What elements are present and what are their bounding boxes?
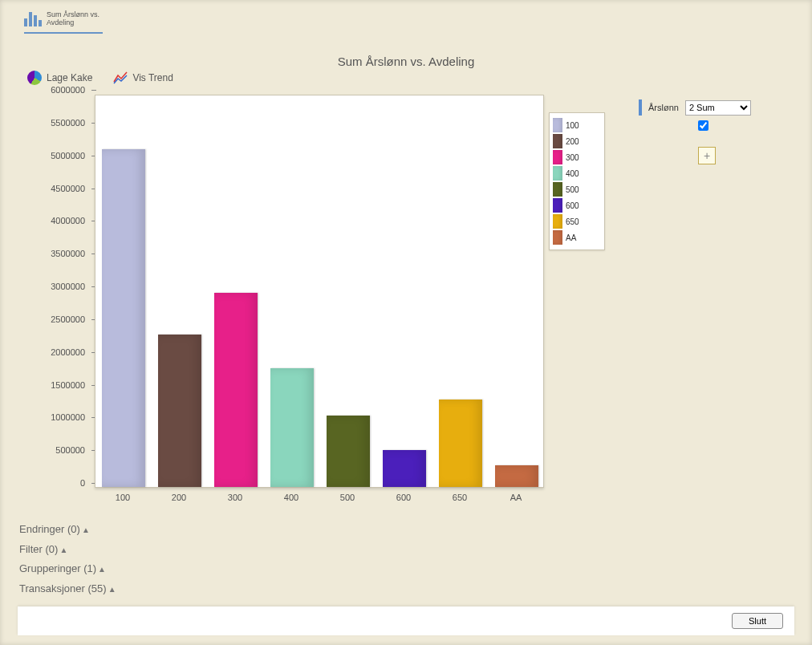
y-tick-label: 1000000 xyxy=(51,412,85,422)
x-tick-label: 300 xyxy=(228,493,242,502)
legend-label: 200 xyxy=(566,137,579,146)
measure-field-label: Årslønn xyxy=(648,103,679,112)
legend-item[interactable]: 650 xyxy=(553,214,601,229)
accordion-header[interactable]: Endringer (0)▲ xyxy=(19,520,116,540)
y-tick-label: 1500000 xyxy=(51,380,85,390)
y-tick-label: 3500000 xyxy=(51,249,85,258)
trend-line-icon xyxy=(113,71,128,85)
legend-item[interactable]: 400 xyxy=(553,166,601,181)
chevron-up-icon: ▲ xyxy=(98,565,106,574)
chart-bar[interactable] xyxy=(270,368,315,487)
chart-bar[interactable] xyxy=(214,293,258,487)
tab-label: Sum Årslønn vs. Avdeling xyxy=(47,11,103,27)
x-tick-label: AA xyxy=(510,493,522,502)
y-tick-label: 2000000 xyxy=(51,347,85,357)
legend-label: AA xyxy=(566,233,576,242)
add-measure-button[interactable]: + xyxy=(698,147,716,164)
legend-swatch-icon xyxy=(553,134,562,148)
chart-plot[interactable] xyxy=(95,95,544,488)
legend-label: 400 xyxy=(566,169,579,178)
show-trend-label: Vis Trend xyxy=(132,72,173,83)
measure-row: Årslønn 2 Sum xyxy=(639,99,783,116)
bar-chart-icon xyxy=(24,12,42,26)
x-axis: 100200300400500600650AA xyxy=(95,493,544,509)
legend-label: 500 xyxy=(566,185,579,194)
y-tick-label: 3000000 xyxy=(51,282,85,291)
accordion-panel: Endringer (0)▲Filter (0)▲Grupperinger (1… xyxy=(19,520,116,599)
legend-item[interactable]: 500 xyxy=(553,182,601,197)
chart-bar[interactable] xyxy=(383,450,427,487)
chevron-up-icon: ▲ xyxy=(59,546,67,554)
pie-chart-icon xyxy=(27,71,42,85)
measure-checkbox-row xyxy=(639,120,783,132)
legend-swatch-icon xyxy=(553,150,562,164)
legend-swatch-icon xyxy=(553,214,562,229)
chevron-up-icon: ▲ xyxy=(82,525,90,534)
page-title: Sum Årslønn vs. Avdeling xyxy=(0,55,812,68)
y-tick-label: 6000000 xyxy=(51,85,85,95)
legend-swatch-icon xyxy=(553,230,562,245)
y-tick-label: 5500000 xyxy=(51,118,85,128)
x-tick-label: 100 xyxy=(116,493,130,502)
legend-label: 600 xyxy=(566,201,579,210)
chart-bar[interactable] xyxy=(495,465,539,487)
legend-label: 650 xyxy=(566,217,579,226)
y-tick-label: 2500000 xyxy=(51,314,85,324)
x-tick-label: 200 xyxy=(172,493,186,502)
legend-label: 100 xyxy=(566,121,579,130)
accordion-header[interactable]: Grupperinger (1)▲ xyxy=(19,559,116,579)
y-tick-label: 0 xyxy=(80,478,85,488)
tab-chart[interactable]: Sum Årslønn vs. Avdeling xyxy=(24,11,103,34)
side-controls: Årslønn 2 Sum + xyxy=(639,99,783,164)
accent-bar-icon xyxy=(639,99,642,116)
legend-swatch-icon xyxy=(553,182,562,197)
x-tick-label: 600 xyxy=(396,493,411,502)
legend-label: 300 xyxy=(566,153,579,162)
chart-bar[interactable] xyxy=(327,416,371,487)
legend-swatch-icon xyxy=(553,198,562,213)
chart-bar[interactable] xyxy=(439,400,483,487)
aggregation-select[interactable]: 2 Sum xyxy=(685,100,751,116)
show-trend-button[interactable]: Vis Trend xyxy=(110,69,176,87)
y-axis: 0500000100000015000002000000250000030000… xyxy=(43,90,88,493)
close-button[interactable]: Slutt xyxy=(732,613,783,629)
make-pie-label: Lage Kake xyxy=(47,72,92,83)
accordion-header[interactable]: Filter (0)▲ xyxy=(19,540,116,560)
chart-legend: 100200300400500600650AA xyxy=(549,112,605,250)
legend-swatch-icon xyxy=(553,118,562,132)
legend-item[interactable]: AA xyxy=(553,230,601,245)
x-tick-label: 400 xyxy=(284,493,298,502)
legend-item[interactable]: 300 xyxy=(553,150,601,164)
y-tick-label: 4500000 xyxy=(51,184,85,193)
x-tick-label: 500 xyxy=(340,493,355,502)
legend-item[interactable]: 200 xyxy=(553,134,601,148)
accordion-header[interactable]: Transaksjoner (55)▲ xyxy=(19,579,116,599)
make-pie-button[interactable]: Lage Kake xyxy=(24,69,95,87)
x-tick-label: 650 xyxy=(453,493,467,502)
chart-bar[interactable] xyxy=(102,149,146,487)
chevron-up-icon: ▲ xyxy=(108,585,116,594)
measure-checkbox[interactable] xyxy=(698,120,708,131)
chart-area: 0500000100000015000002000000250000030000… xyxy=(43,95,621,512)
legend-swatch-icon xyxy=(553,166,562,181)
y-tick-label: 5000000 xyxy=(51,151,85,160)
chart-toolbar: Lage Kake Vis Trend xyxy=(24,69,177,87)
chart-bar[interactable] xyxy=(158,335,202,487)
legend-item[interactable]: 100 xyxy=(553,118,601,132)
footer-bar: Slutt xyxy=(18,606,794,635)
y-tick-label: 500000 xyxy=(55,445,85,455)
legend-item[interactable]: 600 xyxy=(553,198,601,213)
tab-strip: Sum Årslønn vs. Avdeling xyxy=(24,11,103,34)
app-window: Sum Årslønn vs. Avdeling Sum Årslønn vs.… xyxy=(0,0,812,645)
y-tick-label: 4000000 xyxy=(51,216,85,225)
